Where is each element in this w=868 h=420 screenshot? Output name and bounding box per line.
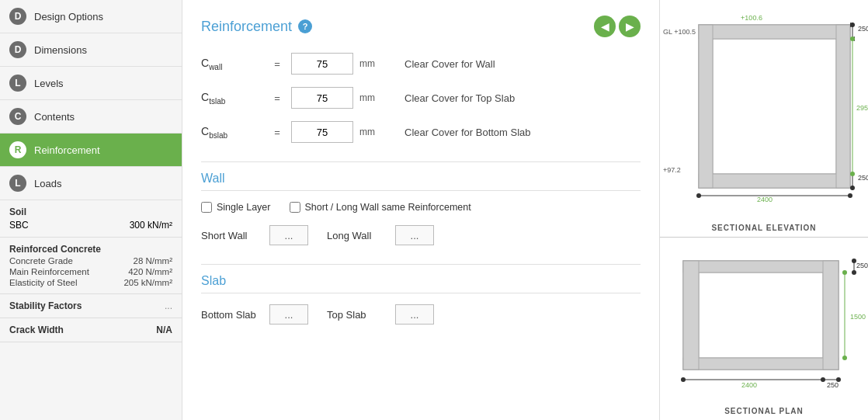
slab-btn-top-slab[interactable]: ... bbox=[395, 304, 434, 325]
stability-factors-row[interactable]: Stability Factors ... bbox=[0, 294, 182, 318]
sidebar-letter-reinforcement: R bbox=[9, 141, 26, 158]
sidebar-nav: D Design Options D Dimensions L Levels C… bbox=[0, 0, 182, 200]
dot-width-right bbox=[848, 193, 852, 198]
cover-input-tslab[interactable] bbox=[291, 87, 353, 109]
sidebar-item-levels[interactable]: L Levels bbox=[0, 67, 182, 100]
svg-point-16 bbox=[842, 356, 847, 360]
cover-unit-tslab: mm bbox=[359, 92, 391, 103]
cover-equals-wall: = bbox=[269, 58, 285, 70]
nav-back-button[interactable]: ◀ bbox=[594, 16, 616, 37]
sidebar-letter-dimensions: D bbox=[9, 41, 26, 58]
concrete-row-value: 205 kN/mm² bbox=[123, 278, 172, 287]
cover-row-wall: Cwall = mm Clear Cover for Wall bbox=[201, 53, 641, 75]
svg-rect-3 bbox=[836, 25, 850, 188]
svg-rect-0 bbox=[699, 25, 850, 39]
concrete-row-value: 28 N/mm² bbox=[134, 256, 172, 266]
slab-section: Slab Bottom Slab ... Top Slab ... bbox=[201, 274, 641, 325]
cover-desc-tslab: Clear Cover for Top Slab bbox=[404, 92, 515, 104]
stability-value: ... bbox=[165, 300, 172, 311]
main-title-group: Reinforcement ? bbox=[201, 19, 312, 35]
checkbox-same-reinf[interactable] bbox=[290, 202, 300, 213]
cover-equals-tslab: = bbox=[269, 92, 285, 104]
slab-item-bottom-slab: Bottom Slab ... bbox=[201, 304, 308, 325]
svg-point-21 bbox=[681, 377, 686, 382]
svg-rect-12 bbox=[683, 261, 699, 370]
elevation-svg: GL +100.5 +100.6 250 2950 250 +97.2 2400 bbox=[660, 9, 868, 211]
sbc-label: SBC bbox=[9, 220, 29, 231]
concrete-row-label: Concrete Grade bbox=[9, 256, 73, 266]
dim-250-plan-right: 250 bbox=[827, 381, 838, 389]
dim-250-plan: 250 bbox=[856, 262, 868, 269]
bottom-level-label: +97.2 bbox=[663, 166, 681, 174]
sidebar-label-levels: Levels bbox=[34, 78, 64, 89]
sidebar-label-dimensions: Dimensions bbox=[34, 44, 87, 56]
checkbox-label-single-layer: Single Layer bbox=[217, 202, 271, 213]
nav-forward-button[interactable]: ▶ bbox=[619, 16, 641, 37]
slab-item-top-slab: Top Slab ... bbox=[327, 304, 434, 325]
sidebar-label-loads: Loads bbox=[34, 178, 61, 189]
slab-inputs-row: Bottom Slab ... Top Slab ... bbox=[201, 304, 641, 325]
checkbox-label-same-reinf: Short / Long Wall same Reinforcement bbox=[305, 202, 471, 213]
wall-label: Long Wall bbox=[327, 230, 389, 241]
sidebar-item-contents[interactable]: C Contents bbox=[0, 100, 182, 134]
concrete-row-label: Main Reinforcement bbox=[9, 267, 89, 276]
plan-svg: 1500 250 2400 250 bbox=[660, 249, 868, 393]
sidebar-concrete-section: Reinforced Concrete Concrete Grade28 N/m… bbox=[0, 238, 182, 294]
concrete-data-row: Concrete Grade28 N/mm² bbox=[9, 256, 172, 266]
elevation-title: SECTIONAL ELEVATION bbox=[660, 220, 868, 237]
help-icon[interactable]: ? bbox=[298, 19, 312, 33]
svg-rect-1 bbox=[699, 174, 850, 188]
checkbox-item-single-layer[interactable]: Single Layer bbox=[201, 202, 271, 213]
cover-input-wall[interactable] bbox=[291, 53, 353, 75]
cover-input-bslab[interactable] bbox=[291, 121, 353, 143]
slab-label: Bottom Slab bbox=[201, 309, 263, 321]
cover-row-tslab: Ctslab = mm Clear Cover for Top Slab bbox=[201, 87, 641, 109]
sidebar-letter-design-options: D bbox=[9, 8, 26, 25]
main-header: Reinforcement ? ◀ ▶ bbox=[201, 16, 641, 37]
cover-desc-wall: Clear Cover for Wall bbox=[404, 58, 495, 70]
checkbox-item-same-reinf[interactable]: Short / Long Wall same Reinforcement bbox=[290, 202, 471, 213]
sidebar-item-reinforcement[interactable]: R Reinforcement bbox=[0, 134, 182, 167]
sidebar-letter-loads: L bbox=[9, 175, 26, 192]
gl-label: GL +100.5 bbox=[663, 28, 696, 36]
wall-section: Wall Single Layer Short / Long Wall same… bbox=[201, 172, 641, 245]
concrete-data-row: Main Reinforcement420 N/mm² bbox=[9, 267, 172, 276]
sidebar: D Design Options D Dimensions L Levels C… bbox=[0, 0, 182, 420]
cover-row-bslab: Cbslab = mm Clear Cover for Bottom Slab bbox=[201, 121, 641, 143]
wall-btn-long-wall[interactable]: ... bbox=[395, 225, 434, 245]
cover-symbol-tslab: Ctslab bbox=[201, 91, 263, 106]
cover-section: Cwall = mm Clear Cover for Wall Ctslab =… bbox=[201, 53, 641, 143]
cover-symbol-wall: Cwall bbox=[201, 57, 263, 71]
cover-unit-wall: mm bbox=[359, 58, 391, 69]
dim-1500: 1500 bbox=[850, 313, 866, 321]
sidebar-label-design-options: Design Options bbox=[34, 11, 103, 23]
dot-inner-bottom-right bbox=[850, 172, 855, 176]
svg-rect-11 bbox=[683, 358, 838, 370]
dot-width-left bbox=[696, 193, 701, 198]
crack-label: Crack Width bbox=[9, 325, 64, 335]
plan-panel: 1500 250 2400 250 SECTIONAL PLAN bbox=[660, 238, 868, 420]
elevation-diagram: GL +100.5 +100.6 250 2950 250 +97.2 2400 bbox=[660, 0, 868, 220]
sidebar-letter-contents: C bbox=[9, 108, 26, 125]
sidebar-item-loads[interactable]: L Loads bbox=[0, 167, 182, 200]
page-title: Reinforcement bbox=[201, 19, 292, 35]
sidebar-item-design-options[interactable]: D Design Options bbox=[0, 0, 182, 33]
sidebar-letter-levels: L bbox=[9, 75, 26, 92]
crack-value: N/A bbox=[156, 325, 172, 335]
svg-point-19 bbox=[852, 270, 856, 275]
dot-inner-top-right bbox=[850, 36, 855, 41]
sidebar-label-reinforcement: Reinforcement bbox=[34, 144, 100, 156]
slab-btn-bottom-slab[interactable]: ... bbox=[269, 304, 308, 325]
sidebar-item-dimensions[interactable]: D Dimensions bbox=[0, 33, 182, 67]
concrete-data-row: Elasticity of Steel205 kN/mm² bbox=[9, 278, 172, 287]
wall-btn-short-wall[interactable]: ... bbox=[269, 225, 308, 245]
checkbox-single-layer[interactable] bbox=[201, 202, 212, 213]
svg-rect-10 bbox=[683, 261, 838, 272]
wall-item-long-wall: Long Wall ... bbox=[327, 225, 434, 245]
wall-item-short-wall: Short Wall ... bbox=[201, 225, 308, 245]
soil-title: Soil bbox=[9, 207, 172, 217]
svg-rect-13 bbox=[823, 261, 838, 370]
dim-250-bottom: 250 bbox=[858, 174, 868, 182]
stability-label: Stability Factors bbox=[9, 300, 82, 311]
svg-rect-2 bbox=[699, 25, 713, 188]
